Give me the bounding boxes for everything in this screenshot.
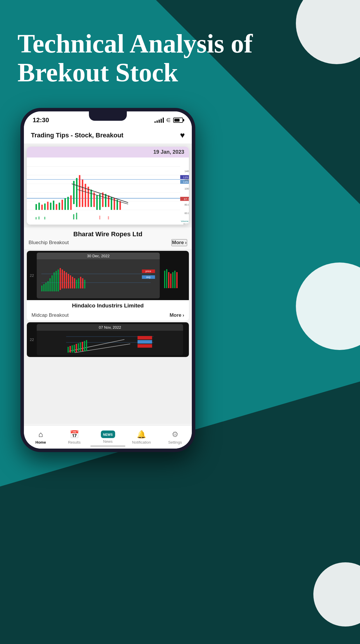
svg-rect-106 [82,342,83,351]
svg-text:20.00: 20.00 [183,223,189,225]
heart-icon[interactable]: ♥ [180,131,185,140]
phone-outer: 12:30 ∈ Trading Tips [20,108,195,452]
svg-rect-13 [50,203,51,210]
svg-text:130.00: 130.00 [185,178,189,181]
card1-chart: 115.80 115.20 87.30 140.00 130.00 100.00… [27,158,189,225]
svg-rect-18 [64,198,66,210]
nav-settings[interactable]: ⚙ Settings [158,428,192,447]
card2-date: 30 Dec, 2022 [37,253,160,259]
svg-rect-89 [166,269,167,288]
svg-rect-105 [80,342,81,351]
svg-rect-91 [170,274,171,288]
svg-rect-81 [84,280,85,288]
svg-rect-104 [78,343,79,351]
svg-text:80.00: 80.00 [185,203,189,206]
svg-rect-73 [68,274,69,288]
nav-news-label: News [103,439,113,444]
svg-rect-17 [62,200,63,210]
card3-header: 22 07 Nov, 2022 [27,322,189,357]
svg-rect-65 [52,275,53,291]
svg-rect-71 [64,271,65,288]
svg-rect-94 [176,272,178,288]
svg-rect-93 [174,271,175,288]
card2-header: 22 30 Dec, 2022 [27,251,189,300]
card2-mini-chart [163,256,186,295]
card2-stock-name: Hindalco Industrirs Limited [27,300,189,311]
svg-text:price: price [145,270,151,273]
nav-home[interactable]: ⌂ Home [24,428,57,447]
svg-rect-16 [59,203,60,210]
svg-rect-64 [50,278,51,291]
svg-rect-37 [120,201,121,210]
phone-mockup: 12:30 ∈ Trading Tips [20,108,195,612]
nav-results[interactable]: 📅 Results [57,428,91,447]
svg-rect-111 [138,344,152,348]
svg-rect-32 [105,194,106,207]
nav-news[interactable]: NEWS News [91,428,124,446]
card1-tag: Bluechip Breakout [29,240,69,246]
app-headline: Technical Analysis of Brekout Stock [17,29,257,87]
svg-rect-55 [76,213,77,219]
headline-line2: Brekout Stock [17,58,178,87]
headline-line1: Technical Analysis of [17,29,253,58]
chevron-right-icon-2: › [182,312,184,318]
svg-rect-102 [74,345,75,353]
card3-date: 07 Nov, 2022 [37,324,183,331]
svg-rect-10 [41,205,43,210]
svg-rect-80 [82,278,83,288]
svg-rect-52 [38,216,40,219]
svg-rect-11 [44,204,46,210]
svg-text:140.00: 140.00 [185,170,189,173]
home-indicator [90,445,125,447]
svg-rect-76 [74,278,75,288]
svg-rect-8 [36,204,37,210]
svg-text:87.30: 87.30 [184,197,189,201]
svg-rect-62 [45,283,47,291]
phone-screen: 12:30 ∈ Trading Tips [24,111,192,449]
svg-rect-90 [168,272,169,288]
news-badge-container: NEWS [101,430,115,438]
svg-rect-66 [54,272,55,291]
card1-stock-name: Bharat Wire Ropes Ltd [29,230,187,238]
card3-chart: 07 Nov, 2022 [37,324,183,355]
svg-rect-92 [172,272,173,288]
svg-rect-99 [68,347,69,353]
bell-icon: 🔔 [137,430,146,439]
status-time: 12:30 [33,116,49,124]
home-icon: ⌂ [38,430,43,439]
svg-text:60.00: 60.00 [185,212,189,215]
svg-rect-103 [76,344,77,352]
svg-rect-110 [138,340,152,344]
card2-more-button[interactable]: More › [170,312,184,318]
svg-rect-109 [138,336,152,340]
svg-rect-57 [108,216,109,219]
svg-rect-67 [56,271,57,291]
card-3[interactable]: 22 07 Nov, 2022 [27,322,189,357]
svg-rect-12 [47,202,49,210]
svg-rect-34 [111,197,112,210]
svg-rect-101 [72,345,73,353]
card2-chart-container: 30 Dec, 2022 [37,253,160,298]
svg-rect-14 [53,201,54,210]
svg-rect-88 [164,271,165,288]
svg-rect-22 [76,178,78,207]
svg-rect-19 [67,197,69,210]
svg-rect-51 [36,217,37,219]
card-2[interactable]: 22 30 Dec, 2022 [27,251,189,321]
nav-settings-label: Settings [168,440,182,444]
svg-rect-72 [66,272,67,288]
svg-rect-31 [102,192,103,207]
svg-rect-24 [82,179,83,207]
chevron-right-icon: › [185,240,187,245]
calendar-icon: 📅 [70,430,79,439]
card2-tag: Midcap Breakout [31,312,69,318]
app-content: 19 Jan, 2023 [24,144,192,424]
svg-rect-29 [96,195,98,210]
svg-rect-70 [62,270,63,288]
svg-rect-53 [44,217,45,219]
svg-rect-74 [70,275,71,288]
nav-notification[interactable]: 🔔 Notification [125,428,158,447]
battery-icon [173,118,183,123]
card1-more-button[interactable]: More › [171,239,187,246]
card-1[interactable]: 19 Jan, 2023 [27,147,189,225]
